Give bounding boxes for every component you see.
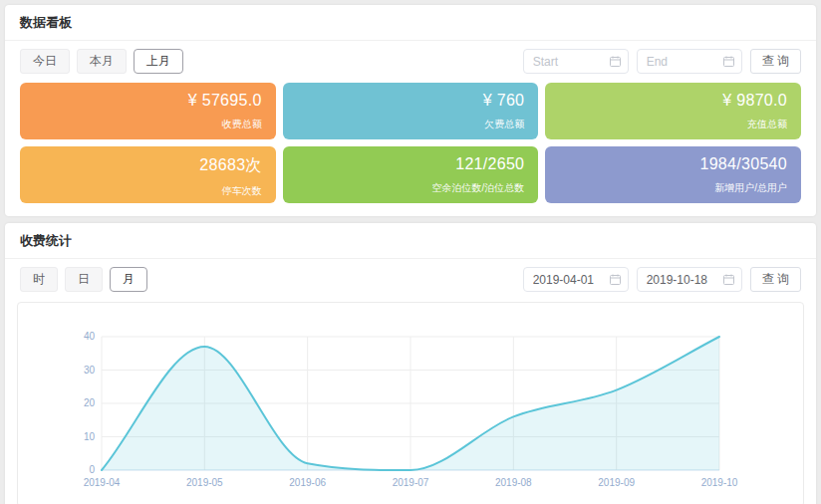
card-value: ¥ 760 — [297, 92, 525, 110]
svg-text:10: 10 — [84, 431, 96, 442]
tab-this-month[interactable]: 本月 — [77, 49, 127, 74]
end-date-input[interactable] — [638, 54, 721, 70]
svg-text:2019-06: 2019-06 — [289, 477, 326, 488]
card-label: 充值总额 — [559, 118, 787, 131]
svg-text:0: 0 — [89, 464, 95, 475]
charge-stats-panel: 收费统计 时 日 月 — [5, 223, 816, 504]
svg-text:2019-08: 2019-08 — [495, 477, 532, 488]
tab-today[interactable]: 今日 — [20, 49, 70, 74]
svg-text:2019-05: 2019-05 — [186, 477, 223, 488]
card-berths: 121/2650 空余泊位数/泊位总数 — [283, 146, 539, 203]
svg-text:2019-04: 2019-04 — [84, 477, 121, 488]
dashboard-date-controls: 查 询 — [523, 49, 801, 74]
calendar-icon[interactable] — [723, 274, 734, 285]
stat-cards: ¥ 57695.0 收费总额 ¥ 760 欠费总额 ¥ 9870.0 充值总额 … — [5, 77, 816, 216]
svg-text:20: 20 — [84, 397, 96, 408]
card-label: 停车次数 — [34, 184, 262, 198]
card-value: 121/2650 — [297, 155, 525, 173]
card-total-arrears: ¥ 760 欠费总额 — [283, 83, 539, 139]
card-label: 空余泊位数/泊位总数 — [297, 181, 525, 195]
dashboard-filter-row: 今日 本月 上月 — [5, 41, 816, 77]
card-value: ¥ 9870.0 — [559, 92, 787, 110]
svg-text:2019-09: 2019-09 — [598, 477, 635, 488]
stats-start-date-input[interactable] — [524, 272, 608, 288]
card-value: 28683次 — [34, 155, 262, 176]
svg-text:2019-10: 2019-10 — [701, 477, 738, 488]
start-date-input[interactable] — [524, 54, 608, 70]
card-value: ¥ 57695.0 — [34, 92, 262, 110]
dashboard-query-button[interactable]: 查 询 — [750, 49, 801, 74]
stats-start-date-field[interactable] — [523, 267, 629, 292]
start-date-field[interactable] — [523, 49, 629, 74]
tab-hour[interactable]: 时 — [20, 267, 58, 292]
tab-month[interactable]: 月 — [110, 267, 147, 292]
tab-last-month[interactable]: 上月 — [134, 49, 183, 74]
stats-query-button[interactable]: 查 询 — [750, 267, 801, 292]
dashboard-title: 数据看板 — [5, 5, 816, 41]
card-total-recharge: ¥ 9870.0 充值总额 — [545, 83, 801, 139]
card-users: 1984/30540 新增用户/总用户 — [545, 146, 801, 203]
card-total-charges: ¥ 57695.0 收费总额 — [20, 83, 276, 139]
svg-text:30: 30 — [84, 365, 96, 376]
stats-filter-row: 时 日 月 — [5, 259, 816, 295]
card-label: 欠费总额 — [297, 118, 525, 131]
svg-text:2019-07: 2019-07 — [393, 477, 429, 488]
card-parking-count: 28683次 停车次数 — [20, 146, 276, 203]
dashboard-panel: 数据看板 今日 本月 上月 — [5, 5, 816, 216]
stats-date-controls: 查 询 — [523, 267, 801, 292]
calendar-icon[interactable] — [610, 56, 621, 67]
end-date-field[interactable] — [637, 49, 742, 74]
card-label: 新增用户/总用户 — [559, 181, 787, 195]
revenue-area-chart: 0102030402019-042019-052019-062019-07201… — [17, 302, 804, 504]
granularity-segmented-control: 时 日 月 — [20, 267, 147, 292]
page: 数据看板 今日 本月 上月 — [0, 0, 821, 504]
range-segmented-control: 今日 本月 上月 — [20, 49, 183, 74]
charge-stats-title: 收费统计 — [5, 223, 816, 259]
card-label: 收费总额 — [34, 118, 262, 131]
calendar-icon[interactable] — [723, 56, 734, 67]
svg-text:40: 40 — [84, 331, 96, 342]
tab-day[interactable]: 日 — [65, 267, 103, 292]
card-value: 1984/30540 — [559, 155, 787, 173]
stats-end-date-field[interactable] — [637, 267, 742, 292]
stats-end-date-input[interactable] — [638, 272, 721, 288]
calendar-icon[interactable] — [610, 274, 621, 285]
